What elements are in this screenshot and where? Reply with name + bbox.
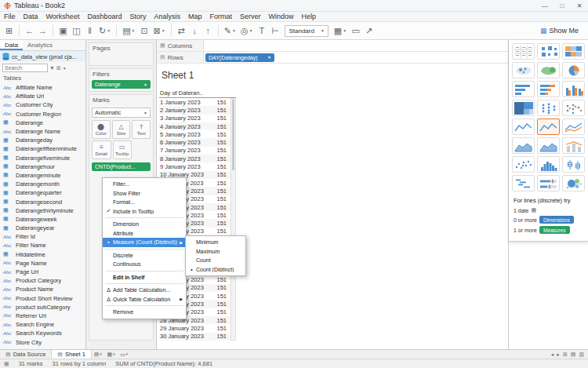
- menu-window[interactable]: Window: [265, 12, 298, 21]
- tab-nav-left-icon[interactable]: ◂: [551, 352, 554, 358]
- add-data-source-button[interactable]: ◫: [71, 24, 82, 38]
- clear-sheet-button[interactable]: ⊠▼: [152, 24, 167, 38]
- showme-thumbnail-symbol-map[interactable]: [512, 62, 535, 78]
- showme-thumbnail-discrete-lines[interactable]: [537, 118, 560, 135]
- sort-ascending-button[interactable]: ↓: [189, 24, 201, 38]
- showme-thumbnail-scatter-plot[interactable]: [512, 156, 535, 173]
- field-product-short-review[interactable]: AbcProduct Short Review: [0, 294, 85, 303]
- showme-thumbnail-horizontal-bars[interactable]: [512, 81, 535, 97]
- showme-thumbnail-bullet-graph[interactable]: [537, 175, 560, 191]
- show-mark-labels-button[interactable]: T: [256, 24, 267, 38]
- menu-item-discrete[interactable]: Discrete: [103, 251, 186, 261]
- menu-help[interactable]: Help: [298, 12, 321, 21]
- menu-server[interactable]: Server: [236, 12, 265, 21]
- maximize-button[interactable]: □: [554, 0, 571, 11]
- swap-rows-columns-button[interactable]: ⇄: [176, 24, 187, 38]
- table-scrollbar[interactable]: [230, 98, 236, 341]
- data-panel-tab-data[interactable]: Data: [0, 40, 23, 50]
- field-page-url[interactable]: AbcPage Url: [0, 268, 85, 276]
- menu-file[interactable]: File: [0, 12, 20, 21]
- menu-item-add-table-calculation[interactable]: ΔAdd Table Calculation...: [103, 286, 186, 295]
- field-product-category[interactable]: AbcProduct Category: [0, 276, 85, 285]
- showme-thumbnail-packed-bubbles[interactable]: [562, 175, 585, 191]
- menu-item-attribute[interactable]: Attribute: [103, 229, 186, 239]
- showme-thumbnail-gantt[interactable]: [512, 175, 535, 191]
- size-button[interactable]: △Size: [112, 120, 131, 139]
- table-row[interactable]: 9 January 2023151: [159, 162, 236, 170]
- menu-item-dimension[interactable]: Dimension: [103, 220, 186, 229]
- share-workbook-button[interactable]: ↗: [363, 24, 375, 38]
- field-daterange[interactable]: ▦Daterange: [0, 118, 85, 127]
- run-auto-updates-button[interactable]: ↻▼: [97, 24, 112, 38]
- save-button[interactable]: ▣: [57, 24, 69, 38]
- field-daterangeday[interactable]: ▦Daterangeday: [0, 136, 85, 144]
- menu-item-include-in-tooltip[interactable]: ✓Include in Tooltip: [103, 207, 186, 217]
- showme-thumbnail-highlight-table[interactable]: [562, 43, 585, 60]
- columns-shelf-area[interactable]: [204, 40, 508, 51]
- showme-thumbnail-box-and-whisker[interactable]: [562, 156, 585, 173]
- filters-shelf-area[interactable]: Daterange ▼: [89, 78, 153, 91]
- close-button[interactable]: ✕: [571, 0, 588, 11]
- view-options-icon[interactable]: ⊞: [56, 65, 61, 71]
- menu-format[interactable]: Format: [205, 12, 236, 21]
- showme-thumbnail-histogram[interactable]: [537, 156, 560, 173]
- menu-item-edit-in-shelf[interactable]: Edit in Shelf: [103, 273, 186, 282]
- tab-nav-right-icon[interactable]: ▸: [557, 352, 560, 358]
- field-product-name[interactable]: AbcProduct Name: [0, 285, 85, 293]
- show-tabs-icon[interactable]: ⊞: [563, 352, 568, 358]
- showme-thumbnail-stacked-bars[interactable]: [537, 81, 560, 97]
- scrollbar-thumb[interactable]: [232, 100, 234, 170]
- marks-pill-cntd-product[interactable]: CNTD(Product...: [92, 162, 151, 171]
- table-row[interactable]: 8 January 2023151: [159, 155, 236, 162]
- menu-item-continuous[interactable]: Continuous: [103, 260, 186, 269]
- showme-thumbnail-discrete-area[interactable]: [537, 137, 560, 154]
- table-row[interactable]: 30 January 2023151: [159, 333, 236, 341]
- menu-item-measure-count-distinct[interactable]: •Measure (Count (Distinct))▶: [103, 238, 186, 247]
- field-daterangehour[interactable]: ▦Daterangehour: [0, 162, 85, 171]
- field-affiliate-url[interactable]: AbcAffiliate Url: [0, 92, 85, 100]
- field-daterangemonth[interactable]: ▦Daterangemonth: [0, 180, 85, 188]
- pause-auto-updates-button[interactable]: ‖: [84, 24, 96, 38]
- tab-sheet-1[interactable]: ▤Sheet 1: [52, 350, 91, 359]
- menu-analysis[interactable]: Analysis: [150, 12, 184, 21]
- showme-thumbnail-continuous-area[interactable]: [512, 137, 535, 154]
- table-row[interactable]: 3 January 2023151: [159, 115, 236, 122]
- color-button[interactable]: ⬤Color: [92, 120, 111, 139]
- new-worksheet-button[interactable]: ▤▼: [121, 24, 136, 38]
- showme-thumbnail-heat-map[interactable]: [537, 43, 560, 60]
- datasource-item[interactable]: cc_data_view (prod cja...: [0, 51, 85, 62]
- field-search-keywords[interactable]: AbcSearch Keywords: [0, 329, 85, 337]
- field-referrer-url[interactable]: AbcReferrer Url: [0, 312, 85, 320]
- showme-thumbnail-text-table[interactable]: [512, 43, 535, 60]
- table-row[interactable]: 7 January 2023151: [159, 147, 236, 155]
- showme-thumbnail-continuous-lines[interactable]: [512, 118, 535, 135]
- table-row[interactable]: 5 January 2023151: [159, 130, 236, 138]
- menu-dashboard[interactable]: Dashboard: [83, 12, 125, 21]
- showme-thumbnail-side-by-side-circles[interactable]: [562, 100, 585, 116]
- showme-thumbnail-treemap[interactable]: [512, 100, 535, 116]
- field-filter-name[interactable]: AbcFilter Name: [0, 241, 85, 250]
- field-customer-region[interactable]: AbcCustomer Region: [0, 110, 85, 118]
- field-store-city[interactable]: AbcStore City: [0, 337, 85, 346]
- showme-thumbnail-pie-chart[interactable]: [562, 62, 585, 78]
- chevron-down-icon[interactable]: ▼: [63, 66, 67, 71]
- menu-data[interactable]: Data: [20, 12, 42, 21]
- duplicate-sheet-button[interactable]: ⊡: [139, 24, 151, 38]
- redo-button[interactable]: →: [37, 24, 49, 38]
- field-product-subcategory[interactable]: Abcproduct subCategory: [0, 303, 85, 312]
- menu-item-minimum[interactable]: Minimum: [186, 238, 245, 247]
- presentation-mode-button[interactable]: ▭: [350, 24, 361, 38]
- group-members-button[interactable]: ◎▼: [239, 24, 255, 38]
- minimize-button[interactable]: —: [536, 0, 554, 11]
- menu-item-filter[interactable]: Filter...: [103, 180, 186, 189]
- new-worksheet-button[interactable]: ▤+: [92, 352, 105, 358]
- menu-map[interactable]: Map: [184, 12, 206, 21]
- field-daterangefiveminute[interactable]: ▦Daterangefiveminute: [0, 154, 85, 162]
- showme-thumbnail-side-by-side-bars[interactable]: [562, 81, 585, 97]
- undo-button[interactable]: ←: [24, 24, 35, 38]
- menu-item-count[interactable]: Count: [186, 256, 245, 265]
- show-me-button[interactable]: ▦ Show Me: [537, 26, 582, 35]
- show-filmstrip-icon[interactable]: ▤: [571, 352, 576, 358]
- field-daterangeminute[interactable]: ▦Daterangeminute: [0, 171, 85, 180]
- field-daterange-name[interactable]: AbcDaterange Name: [0, 127, 85, 136]
